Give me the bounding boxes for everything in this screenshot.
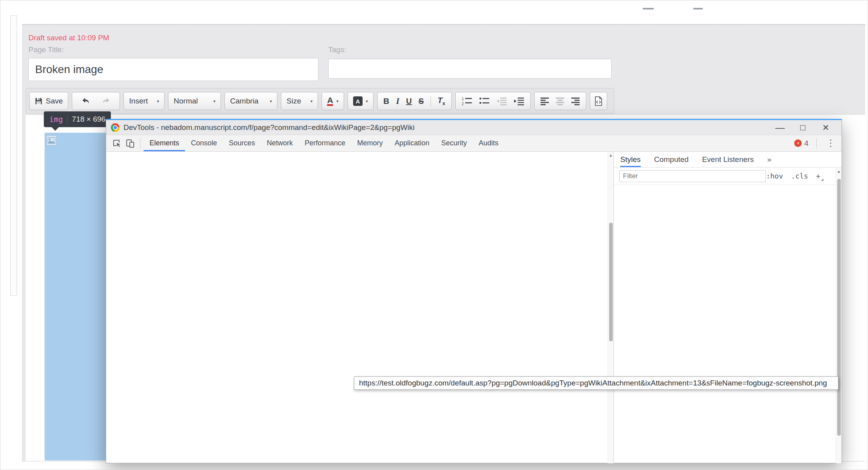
more-tabs-icon[interactable]: » [767, 152, 771, 167]
scroll-up-icon[interactable]: ▲ [836, 169, 842, 173]
size-dropdown[interactable]: Size▾ [281, 92, 318, 110]
chevron-down-icon: ▾ [366, 99, 368, 104]
kebab-menu-icon[interactable]: ⋮ [825, 138, 837, 149]
save-icon [35, 97, 43, 105]
devtools-tab-memory[interactable]: Memory [351, 135, 389, 151]
styles-panel: StylesComputedEvent Listeners» :hov .cls… [614, 152, 842, 463]
devtools-tab-sources[interactable]: Sources [223, 135, 261, 151]
element-dimensions-label: 718 × 696 [72, 115, 105, 124]
background-color-icon: A [353, 96, 363, 106]
scroll-up-icon[interactable]: ▲ [608, 153, 614, 157]
link-url-tooltip: https://test.oldfogbugz.com/default.asp?… [354, 376, 838, 390]
align-right-button[interactable] [571, 97, 580, 105]
styles-tab-styles[interactable]: Styles [620, 152, 641, 167]
devtools-tab-application[interactable]: Application [389, 135, 435, 151]
insert-dropdown[interactable]: Insert▾ [123, 92, 165, 110]
underline-button[interactable]: U [406, 97, 412, 106]
remove-format-button[interactable]: Tx [438, 96, 445, 106]
devtools-tab-performance[interactable]: Performance [299, 135, 351, 151]
new-style-rule-button[interactable]: + [816, 172, 820, 180]
tags-label: Tags: [328, 45, 346, 54]
styles-filter-input[interactable] [619, 170, 766, 182]
italic-button[interactable]: I [396, 96, 400, 106]
background-color-button[interactable]: A▾ [348, 92, 374, 110]
numbered-list-button[interactable]: 12 [462, 97, 472, 105]
styles-scrollbar[interactable]: ▲ [836, 168, 842, 463]
styles-tab-event-listeners[interactable]: Event Listeners [702, 152, 754, 167]
devtools-tab-console[interactable]: Console [185, 135, 223, 151]
close-button[interactable]: × [817, 121, 834, 134]
window-ghost-dash [643, 8, 654, 9]
inspect-element-icon[interactable] [110, 135, 123, 151]
format-group: B I U S Tx [377, 92, 452, 110]
scrollbar-thumb[interactable] [837, 179, 841, 436]
font-dropdown[interactable]: Cambria▾ [224, 92, 277, 110]
chevron-down-icon: ▾ [336, 99, 339, 104]
page-title-label: Page Title: [28, 45, 64, 54]
devtools-tab-security[interactable]: Security [435, 135, 473, 151]
align-center-button[interactable] [556, 97, 565, 105]
decrease-indent-button[interactable] [496, 97, 507, 105]
redo-icon[interactable] [101, 97, 110, 105]
source-icon [595, 96, 602, 106]
tags-input[interactable] [328, 59, 612, 79]
save-button[interactable]: Save [29, 92, 68, 110]
elements-scrollbar[interactable]: ▲ [608, 152, 614, 463]
scrollbar-thumb[interactable] [609, 223, 613, 341]
draft-status: Draft saved at 10:09 PM [28, 34, 109, 42]
error-badge[interactable]: × 4 [794, 139, 808, 148]
bold-button[interactable]: B [383, 96, 389, 106]
chevron-down-icon: ▾ [311, 99, 313, 104]
svg-text:1: 1 [462, 97, 464, 101]
class-toggle[interactable]: .cls [791, 172, 808, 180]
minimize-button[interactable]: — [771, 122, 789, 133]
styles-tab-bar: StylesComputedEvent Listeners» [614, 152, 842, 167]
chevron-down-icon: ▾ [270, 99, 272, 104]
styles-tab-computed[interactable]: Computed [654, 152, 689, 167]
screen: Draft saved at 10:09 PM Page Title: Brok… [0, 0, 868, 470]
devtools-titlebar: DevTools - nebadom.manuscript.com/f/page… [106, 120, 842, 135]
divider [430, 96, 431, 107]
devtools-tab-network[interactable]: Network [261, 135, 299, 151]
divider [816, 138, 817, 149]
devtools-window: DevTools - nebadom.manuscript.com/f/page… [106, 119, 842, 463]
undo-icon[interactable] [82, 97, 91, 105]
page-title-input[interactable]: Broken image [28, 58, 318, 81]
undo-redo-group [72, 92, 120, 110]
maximize-button[interactable]: □ [794, 122, 812, 133]
text-color-icon: A [327, 96, 333, 106]
align-left-button[interactable] [541, 97, 549, 105]
strikethrough-button[interactable]: S [419, 97, 424, 106]
broken-image-icon [46, 135, 57, 146]
error-icon: × [794, 139, 802, 147]
pseudo-state-toggle[interactable]: :hov [766, 172, 783, 180]
error-count: 4 [804, 139, 808, 148]
list-group: 12 [455, 92, 531, 110]
devtools-tab-bar: ElementsConsoleSourcesNetworkPerformance… [106, 135, 842, 152]
element-tag-label: img [49, 115, 63, 124]
devtools-tab-audits[interactable]: Audits [473, 135, 504, 151]
element-dimensions-tooltip: img 718 × 696 [44, 111, 111, 127]
divider [140, 138, 140, 149]
devtools-window-title: DevTools - nebadom.manuscript.com/f/page… [123, 123, 415, 132]
chrome-icon [111, 123, 120, 132]
editor-toolbar: Save Insert▾ Normal▾ Cambria▾ Size▾ A▾ [26, 88, 614, 114]
divider [67, 115, 67, 123]
source-button[interactable] [590, 92, 607, 110]
styles-filter-row: :hov .cls + [614, 167, 842, 185]
text-color-button[interactable]: A▾ [322, 92, 344, 110]
align-group [534, 92, 586, 110]
increase-indent-button[interactable] [514, 97, 524, 105]
svg-text:2: 2 [462, 102, 464, 105]
chevron-down-icon: ▾ [213, 99, 216, 104]
window-ghost-dash [693, 8, 703, 9]
collapsed-sidebar[interactable] [10, 15, 17, 296]
paragraph-format-dropdown[interactable]: Normal▾ [168, 92, 221, 110]
bullet-list-button[interactable] [479, 97, 490, 105]
elements-tree-panel: ▲ [106, 152, 614, 463]
device-toolbar-icon[interactable] [123, 135, 137, 151]
devtools-tab-elements[interactable]: Elements [144, 135, 185, 151]
chevron-down-icon: ▾ [157, 99, 159, 104]
